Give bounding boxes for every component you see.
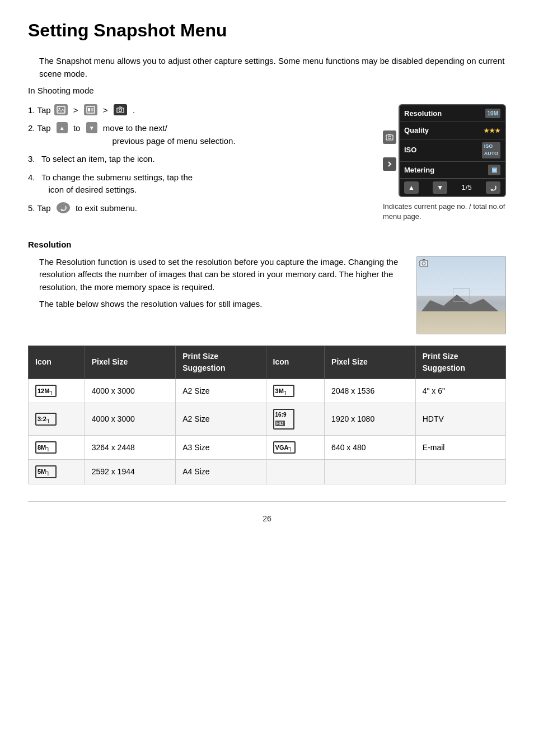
icon1-row1: 12M┐: [29, 379, 85, 403]
pixel1-row1: 4000 x 3000: [85, 379, 176, 403]
step-1-separator: >: [71, 104, 81, 117]
preview-ground: [417, 311, 505, 334]
menu-item-resolution[interactable]: Resolution 10M: [400, 105, 505, 123]
camera-menu-container: Resolution 10M Quality ★★★ ISO ISOAUTO M…: [383, 104, 506, 198]
menu-item-metering[interactable]: Metering ▣: [400, 162, 505, 179]
icon1-row2: 3:2┐: [29, 403, 85, 436]
nav-exit-button[interactable]: [486, 181, 500, 194]
table-row: 12M┐ 4000 x 3000 A2 Size 3M┐ 2048 x 1536…: [29, 379, 506, 403]
print2-row3: E-mail: [415, 435, 505, 460]
step-1-number: 1. Tap: [28, 104, 51, 117]
menu-item-resolution-value: 10M: [485, 109, 500, 118]
pixel2-row1: 2048 x 1536: [325, 379, 416, 403]
icon-exit-btn: [57, 202, 70, 213]
menu-item-quality-value: ★★★: [484, 126, 500, 136]
icon2-row4: [266, 460, 325, 484]
col-header-print1: Print SizeSuggestion: [176, 346, 266, 379]
icon2-row2: 16:9HD: [266, 403, 325, 436]
icon-badge-169: 16:9HD: [273, 409, 294, 430]
step-4-number: 4.: [28, 171, 39, 184]
side-icon-arrow: [383, 157, 396, 171]
panel-caption: Indicates current page no. / total no.of…: [383, 202, 506, 222]
menu-item-metering-label: Metering: [404, 165, 488, 176]
camera-side-icons: [383, 104, 396, 198]
resolution-content: The Resolution function is used to set t…: [28, 256, 506, 334]
intro-text: The Snapshot menu allows you to adjust o…: [39, 55, 506, 80]
resolution-desc1: The Resolution function is used to set t…: [39, 256, 405, 294]
resolution-table: Icon Pixel Size Print SizeSuggestion Ico…: [28, 346, 506, 484]
side-icon-camera: [383, 130, 396, 144]
resolution-section: Resolution The Resolution function is us…: [28, 239, 506, 484]
icon-badge-3m: 3M┐: [273, 385, 294, 398]
pixel1-row4: 2592 x 1944: [85, 460, 176, 484]
step-2-number: 2. Tap: [28, 122, 53, 135]
icon-next-btn: ▼: [86, 122, 97, 133]
col-header-pixel1: Pixel Size: [85, 346, 176, 379]
icon-prev-btn: ▲: [57, 122, 68, 133]
nav-prev-button[interactable]: ▲: [404, 181, 419, 194]
svg-point-9: [388, 136, 391, 139]
print1-row4: A4 Size: [176, 460, 266, 484]
col-header-icon1: Icon: [29, 346, 85, 379]
page-indicator: 1/5: [462, 182, 472, 193]
menu-item-quality-label: Quality: [404, 125, 484, 136]
menu-item-iso[interactable]: ISO ISOAUTO: [400, 139, 505, 162]
camera-menu: Resolution 10M Quality ★★★ ISO ISOAUTO M…: [399, 104, 506, 198]
col-header-print2: Print SizeSuggestion: [415, 346, 505, 379]
menu-item-quality[interactable]: Quality ★★★: [400, 122, 505, 139]
menu-panel: Resolution 10M Quality ★★★ ISO ISOAUTO M…: [383, 104, 506, 222]
icon2-row3: VGA┐: [266, 435, 325, 460]
svg-rect-8: [386, 135, 393, 140]
svg-point-7: [119, 109, 121, 111]
menu-item-resolution-label: Resolution: [404, 108, 485, 119]
preview-camera-icon: [419, 259, 428, 271]
icon1-row4: 5M┐: [29, 460, 85, 484]
preview-focus-frame: [453, 288, 470, 302]
icon-badge-vga: VGA┐: [273, 441, 296, 454]
pixel2-row3: 640 x 480: [325, 435, 416, 460]
pixel2-row2: 1920 x 1080: [325, 403, 416, 436]
svg-rect-10: [420, 260, 428, 267]
instructions-panel: 1. Tap > >: [28, 104, 366, 221]
print1-row3: A3 Size: [176, 435, 266, 460]
svg-point-1: [58, 108, 60, 109]
print1-row1: A2 Size: [176, 379, 266, 403]
icon-camera: [114, 104, 127, 115]
pixel1-row2: 4000 x 3000: [85, 403, 176, 436]
step-5: 5. Tap to exit submenu.: [28, 202, 366, 215]
icon1-row3: 8M┐: [29, 435, 85, 460]
table-row: 8M┐ 3264 x 2448 A3 Size VGA┐ 640 x 480 E…: [29, 435, 506, 460]
menu-item-metering-value: ▣: [488, 165, 500, 175]
menu-item-iso-label: ISO: [404, 144, 482, 156]
pixel1-row3: 3264 x 2448: [85, 435, 176, 460]
svg-rect-0: [57, 106, 65, 113]
col-header-icon2: Icon: [266, 346, 325, 379]
camera-preview-image: [416, 256, 506, 334]
print2-row2: HDTV: [415, 403, 505, 436]
icon2-row1: 3M┐: [266, 379, 325, 403]
print2-row4: [415, 460, 505, 484]
icon-image: [54, 104, 68, 115]
main-content-section: 1. Tap > >: [28, 104, 506, 222]
step-1: 1. Tap > >: [28, 104, 366, 117]
print1-row2: A2 Size: [176, 403, 266, 436]
step-3: 3. To select an item, tap the icon.: [28, 153, 366, 166]
page-title: Setting Snapshot Menu: [28, 17, 506, 44]
step-2: 2. Tap ▲ to ▼ move to the next/ previous…: [28, 122, 366, 147]
resolution-title: Resolution: [28, 239, 506, 251]
menu-item-iso-value: ISOAUTO: [482, 142, 500, 158]
svg-rect-3: [88, 108, 90, 111]
camera-menu-nav: ▲ ▼ 1/5: [400, 179, 505, 196]
table-row: 3:2┐ 4000 x 3000 A2 Size 16:9HD 1920 x 1…: [29, 403, 506, 436]
pixel2-row4: [325, 460, 416, 484]
step-1-separator2: >: [101, 104, 110, 117]
icon-badge-12m: 12M┐: [35, 385, 57, 398]
resolution-desc2: The table below shows the resolution val…: [39, 298, 405, 311]
nav-next-button[interactable]: ▼: [433, 181, 447, 194]
shooting-mode-label: In Shooting mode: [28, 85, 506, 97]
icon-badge-5m: 5M┐: [35, 465, 57, 478]
resolution-description: The Resolution function is used to set t…: [28, 256, 405, 315]
icon-badge-8m: 8M┐: [35, 441, 57, 454]
table-row: 5M┐ 2592 x 1944 A4 Size: [29, 460, 506, 484]
step-5-number: 5. Tap: [28, 202, 53, 215]
